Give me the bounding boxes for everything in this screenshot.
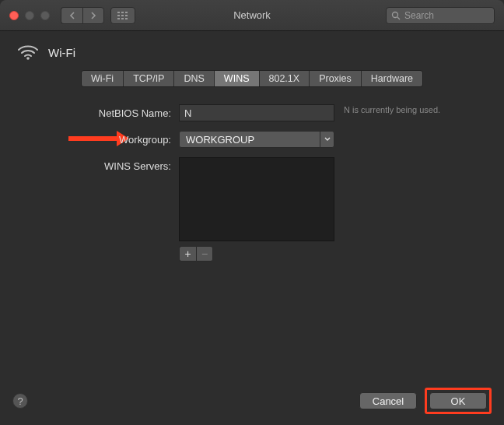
netbios-input[interactable] — [179, 104, 334, 121]
svg-rect-7 — [121, 18, 124, 19]
close-window-button[interactable] — [9, 11, 19, 20]
tab-tcpip[interactable]: TCP/IP — [124, 71, 174, 86]
svg-rect-6 — [117, 18, 120, 19]
back-button[interactable] — [61, 7, 82, 24]
workgroup-combobox[interactable]: WORKGROUP — [179, 131, 334, 148]
svg-line-10 — [397, 17, 400, 19]
help-button[interactable]: ? — [12, 393, 28, 409]
annotation-ok-highlight: OK — [425, 388, 492, 414]
show-all-button[interactable] — [110, 7, 135, 24]
wins-servers-label: WINS Servers: — [31, 157, 179, 172]
ok-button[interactable]: OK — [429, 392, 487, 409]
netbios-hint: N is currently being used. — [344, 104, 445, 115]
svg-rect-0 — [117, 12, 120, 13]
svg-rect-8 — [125, 18, 128, 19]
netbios-label: NetBIOS Name: — [31, 104, 179, 119]
svg-point-9 — [393, 12, 398, 17]
nav-back-forward — [61, 7, 104, 24]
window-controls — [9, 11, 50, 20]
svg-point-11 — [26, 57, 30, 60]
svg-rect-5 — [125, 15, 128, 16]
service-name: Wi-Fi — [48, 46, 75, 59]
tab-wins[interactable]: WINS — [215, 71, 260, 86]
svg-rect-3 — [117, 15, 120, 16]
workgroup-value: WORKGROUP — [180, 134, 320, 146]
svg-rect-2 — [125, 12, 128, 13]
svg-rect-1 — [121, 12, 124, 13]
search-icon — [391, 11, 401, 20]
tab-hardware[interactable]: Hardware — [362, 71, 422, 86]
window-title: Network — [233, 9, 271, 21]
tab-8021x[interactable]: 802.1X — [260, 71, 310, 86]
forward-button[interactable] — [82, 7, 104, 24]
service-header: Wi-Fi — [0, 31, 504, 70]
tab-bar: Wi-Fi TCP/IP DNS WINS 802.1X Proxies Har… — [0, 70, 504, 87]
cancel-button[interactable]: Cancel — [359, 392, 417, 409]
zoom-window-button — [40, 11, 50, 20]
remove-server-button: − — [196, 246, 213, 262]
search-field[interactable]: Search — [386, 7, 495, 24]
wifi-icon — [17, 44, 39, 61]
svg-rect-4 — [121, 15, 124, 16]
chevron-down-icon — [320, 132, 334, 147]
titlebar: Network Search — [0, 0, 504, 31]
workgroup-label: Workgroup: — [31, 131, 179, 146]
add-server-button[interactable]: + — [179, 246, 196, 262]
tab-proxies[interactable]: Proxies — [310, 71, 362, 86]
footer: ? Cancel OK — [0, 388, 504, 414]
tab-dns[interactable]: DNS — [174, 71, 214, 86]
search-placeholder: Search — [404, 10, 434, 21]
tab-wifi[interactable]: Wi-Fi — [82, 71, 124, 86]
minimize-window-button — [25, 11, 34, 20]
wins-servers-list[interactable] — [179, 157, 334, 241]
wins-form: NetBIOS Name: N is currently being used.… — [0, 87, 504, 262]
